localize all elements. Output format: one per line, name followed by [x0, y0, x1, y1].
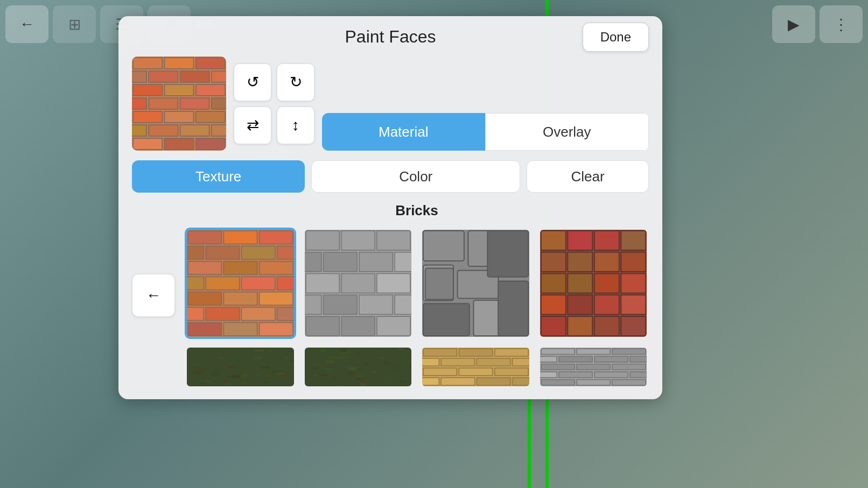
undo-button[interactable]: ↺ [234, 63, 271, 101]
material-tab[interactable]: Material [322, 113, 485, 151]
overlay-tab[interactable]: Overlay [485, 113, 649, 151]
preview-texture [132, 56, 226, 151]
action-row: Texture Color Clear [132, 160, 649, 193]
back-button[interactable]: ← [132, 274, 175, 317]
controls-row: ↺ ↻ ⇄ ↕ Material Overlay [132, 56, 649, 151]
bricks-content: Bricks [185, 202, 649, 388]
toolbar-right: ▶ ⋮ [772, 5, 863, 43]
texture-button[interactable]: Texture [132, 160, 305, 193]
clear-button[interactable]: Clear [527, 160, 649, 193]
panel-title: Paint Faces [345, 27, 436, 47]
back-toolbar-button[interactable]: ← [5, 5, 48, 43]
texture-item-rough-stone[interactable] [420, 228, 531, 339]
grid-toolbar-button[interactable]: ⊞ [53, 5, 96, 43]
texture-item-gray-stone[interactable] [303, 228, 414, 339]
more-toolbar-button[interactable]: ⋮ [820, 5, 863, 43]
main-panel: Paint Faces Done ↺ ↻ ⇄ ↕ Material Overla… [118, 16, 662, 399]
panel-header: Paint Faces Done [132, 27, 649, 47]
color-button[interactable]: Color [311, 160, 520, 193]
texture-item-partial-3[interactable] [420, 345, 531, 388]
flip-horizontal-button[interactable]: ⇄ [234, 107, 271, 144]
texture-item-partial-1[interactable] [185, 345, 296, 388]
texture-item-red-brick[interactable] [185, 228, 296, 339]
material-overlay-section: Material Overlay [322, 56, 649, 151]
texture-row-partial [185, 345, 649, 388]
play-toolbar-button[interactable]: ▶ [772, 5, 815, 43]
texture-item-red-paver[interactable] [538, 228, 649, 339]
bricks-section: ← Bricks [132, 202, 649, 388]
redo-button[interactable]: ↻ [277, 63, 314, 101]
bottom-icon-row: ⇄ ↕ [234, 107, 314, 144]
top-icon-row: ↺ ↻ [234, 63, 314, 101]
texture-grid [185, 228, 649, 339]
bricks-title: Bricks [185, 202, 649, 219]
icon-buttons: ↺ ↻ ⇄ ↕ [234, 63, 314, 144]
flip-vertical-button[interactable]: ↕ [277, 107, 314, 144]
texture-item-partial-4[interactable] [538, 345, 649, 388]
done-button[interactable]: Done [583, 23, 649, 52]
material-overlay-tabs: Material Overlay [322, 113, 649, 151]
texture-item-partial-2[interactable] [303, 345, 414, 388]
